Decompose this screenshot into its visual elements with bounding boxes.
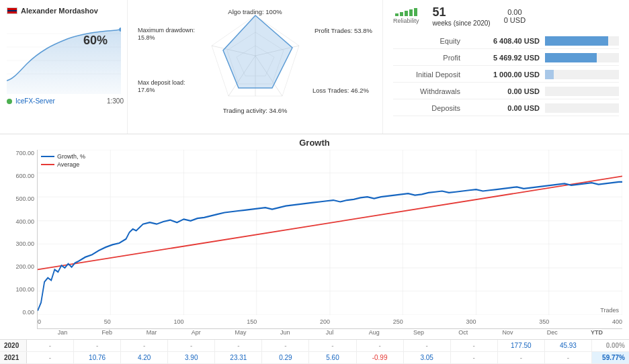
x-50: 50 (104, 318, 111, 325)
weeks-block: 51 weeks (since 2020) (433, 5, 491, 27)
x-100: 100 (173, 318, 183, 325)
cell-2020-jan: - (27, 340, 74, 351)
reliability-block: Reliability (393, 8, 419, 24)
month-feb: Feb (85, 329, 129, 336)
month-sep: Sep (396, 329, 441, 336)
legend-average-line (41, 164, 54, 165)
withdrawals-bar-container (545, 87, 619, 96)
cell-2021-may: 23.31 (215, 352, 262, 363)
legend-growth-label: Growth, % (57, 153, 85, 160)
right-panel: Reliability 51 weeks (since 2020) 0.00 0… (383, 0, 629, 134)
cell-2020-jun: - (262, 340, 309, 351)
y-label-300: 300.00 (15, 240, 34, 247)
cell-2021-nov: - (498, 352, 545, 363)
x-350: 350 (539, 318, 549, 325)
profit-bar (545, 53, 597, 62)
y-label-700: 700.00 (15, 150, 34, 156)
x-0: 0 (38, 318, 41, 325)
initial-bar-container (545, 70, 619, 79)
rel-bar-3 (405, 11, 408, 16)
x-300: 300 (466, 318, 476, 325)
month-apr: Apr (174, 329, 218, 336)
rel-bar-5 (414, 8, 417, 16)
initial-value: 1 000.00 USD (466, 71, 540, 79)
ytd-2021: 59.77% (592, 352, 629, 363)
loss-trades-label: Loss Trades: 46.2% (312, 87, 369, 94)
reliability-label: Reliability (393, 17, 419, 24)
connection-dot (7, 99, 12, 104)
chart-legend: Growth, % Average (41, 153, 85, 168)
weeks-num: 51 (433, 5, 491, 19)
month-oct: Oct (441, 329, 485, 336)
cell-2021-oct: - (451, 352, 498, 363)
cell-2021-jan: - (27, 352, 74, 363)
month-mar: Mar (129, 329, 173, 336)
month-dec: Dec (530, 329, 575, 336)
usd-label: 0 USD (504, 16, 526, 24)
cell-2021-aug: -0.99 (357, 352, 404, 363)
cell-2020-sep: - (404, 340, 451, 351)
cell-2021-jun: 0.29 (262, 352, 309, 363)
x-200: 200 (320, 318, 330, 325)
year-row-2021: 2021 - 10.76 4.20 3.90 23.31 0.29 5.60 -… (0, 352, 629, 364)
bottom-table: 2020 - - - - - - - - - - 177.50 45.93 0.… (0, 339, 629, 364)
max-drawdown-label: Maximum drawdown:15.8% (138, 27, 195, 42)
legend-average-label: Average (57, 161, 79, 168)
chart-section: Growth 700.00 600.00 500.00 400.00 300.0… (0, 134, 629, 339)
legend-growth-line (41, 156, 54, 157)
y-label-500: 500.00 (15, 195, 34, 202)
chart-title: Growth (7, 138, 622, 148)
y-label-600: 600.00 (15, 173, 34, 179)
equity-row: Equity 6 408.40 USD (393, 34, 619, 49)
y-label-400: 400.00 (15, 218, 34, 225)
month-labels: Jan Feb Mar Apr May Jun Jul Aug Sep Oct … (37, 329, 622, 336)
mini-chart: 60% (7, 20, 121, 94)
server-info: IceFX-Server 1:300 (7, 97, 124, 105)
middle-panel: Algo trading: 100% Profit Trades: 53.8% … (128, 0, 383, 134)
month-jan: Jan (40, 329, 85, 336)
flag-icon (7, 7, 17, 14)
month-nov: Nov (485, 329, 530, 336)
chart-area: 700.00 600.00 500.00 400.00 300.00 200.0… (7, 150, 622, 329)
profit-bar-container (545, 53, 619, 62)
deposits-value: 0.00 USD (466, 104, 540, 112)
leverage: 1:300 (107, 97, 124, 105)
withdrawals-label: Withdrawals (393, 87, 460, 95)
month-jun: Jun (263, 329, 307, 336)
month-cells-2020: - - - - - - - - - - 177.50 45.93 (27, 340, 592, 351)
withdrawals-value: 0.00 USD (466, 87, 540, 95)
usd-top: 0.00 (504, 8, 526, 16)
cell-2020-apr: - (168, 340, 215, 351)
cell-2021-jul: 5.60 (309, 352, 356, 363)
server-name: IceFX-Server (15, 97, 55, 105)
usd-block: 0.00 0 USD (504, 8, 526, 24)
radar-container: Algo trading: 100% Profit Trades: 53.8% … (134, 7, 376, 118)
profit-row: Profit 5 469.92 USD (393, 50, 619, 66)
legend-average: Average (41, 161, 85, 168)
cell-2020-dec: 45.93 (545, 340, 592, 351)
equity-value: 6 408.40 USD (466, 37, 540, 45)
x-150: 150 (247, 318, 257, 325)
initial-deposit-row: Initial Deposit 1 000.00 USD (393, 67, 619, 83)
cell-2020-nov: 177.50 (498, 340, 545, 351)
left-panel: Alexander Mordashov (0, 0, 128, 134)
rel-bar-4 (409, 9, 413, 16)
growth-chart-svg (38, 150, 622, 315)
deposits-row: Deposits 0.00 USD (393, 101, 619, 116)
cell-2021-dec: - (545, 352, 592, 363)
profit-value: 5 469.92 USD (466, 54, 540, 62)
profit-trades-label: Profit Trades: 53.8% (314, 27, 372, 34)
top-stats: Reliability 51 weeks (since 2020) 0.00 0… (393, 5, 619, 27)
trades-label: Trades (600, 307, 619, 314)
legend-growth: Growth, % (41, 153, 85, 160)
cell-2021-apr: 3.90 (168, 352, 215, 363)
weeks-label: weeks (since 2020) (433, 19, 491, 27)
equity-bar-container (545, 36, 619, 46)
month-may: May (218, 329, 263, 336)
initial-label: Initial Deposit (393, 71, 460, 79)
deposits-label: Deposits (393, 104, 460, 112)
month-cells-2021: - 10.76 4.20 3.90 23.31 0.29 5.60 -0.99 … (27, 352, 592, 363)
month-aug: Aug (352, 329, 396, 336)
cell-2021-mar: 4.20 (121, 352, 168, 363)
equity-bar (545, 36, 608, 46)
